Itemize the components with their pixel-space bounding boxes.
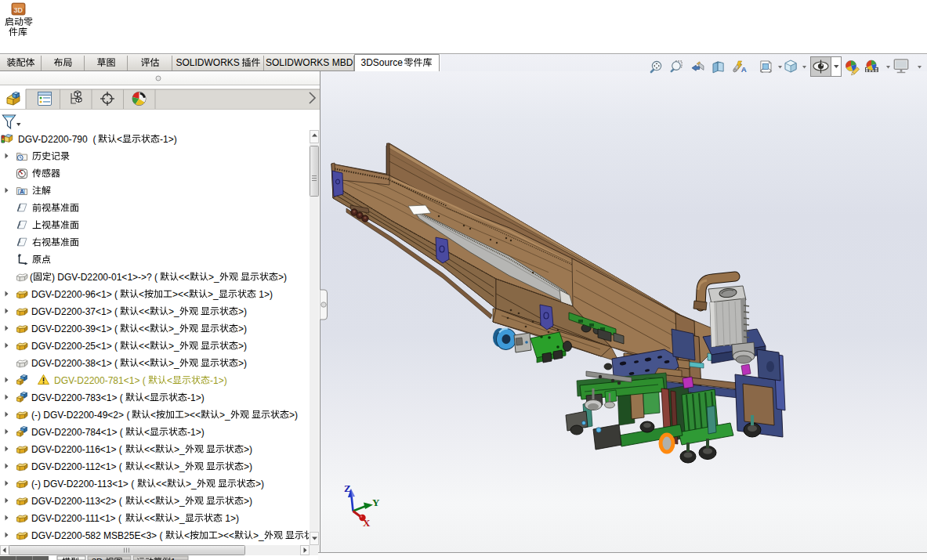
svg-text:<<: << xyxy=(144,444,155,455)
svg-text:>_: >_ xyxy=(174,444,185,455)
svg-text:1>): 1>) xyxy=(223,513,239,524)
svg-text:<: < xyxy=(117,134,122,145)
svg-text:DGV-D2200-790 (: DGV-D2200-790 ( xyxy=(18,134,96,145)
svg-text:(: ( xyxy=(30,272,33,283)
svg-text:-1>): -1>) xyxy=(187,392,205,403)
svg-text:DGV-D2200-781<1> (: DGV-D2200-781<1> ( xyxy=(54,375,146,386)
svg-text:>): >) xyxy=(238,306,247,317)
svg-text:Y: Y xyxy=(372,497,380,508)
svg-text:(-) DGV-D2200-49<2> (: (-) DGV-D2200-49<2> ( xyxy=(31,410,129,421)
svg-text:<<: << xyxy=(139,306,150,317)
svg-text:>): >) xyxy=(289,410,298,421)
svg-text:DGV-D2200-582 MSB25E<3> (: DGV-D2200-582 MSB25E<3> ( xyxy=(31,530,162,541)
svg-text:1: 1 xyxy=(171,557,176,560)
svg-text:>_: >_ xyxy=(219,410,230,421)
svg-text:) DGV-D2200-01<1>->? (: ) DGV-D2200-01<1>->? ( xyxy=(52,272,158,283)
svg-text:<<: << xyxy=(179,272,190,283)
svg-text:>): >) xyxy=(238,358,247,369)
svg-text:DGV-D2200-37<1> (: DGV-D2200-37<1> ( xyxy=(31,306,118,317)
svg-text:>): >) xyxy=(238,341,247,352)
svg-text:DGV-D2200-111<1> (: DGV-D2200-111<1> ( xyxy=(31,513,121,524)
svg-text:<<: << xyxy=(144,513,155,524)
svg-text:>_: >_ xyxy=(174,461,185,472)
svg-text:<: < xyxy=(144,427,150,438)
svg-text:>_: >_ xyxy=(168,341,179,352)
svg-text:<<: << xyxy=(139,341,150,352)
svg-text:DGV-D2200-784<1> (: DGV-D2200-784<1> ( xyxy=(31,427,123,438)
svg-text:<: < xyxy=(167,375,172,386)
svg-text:<: < xyxy=(150,410,156,421)
svg-text:DGV-D2200-38<1> (: DGV-D2200-38<1> ( xyxy=(31,358,118,369)
svg-text:<: < xyxy=(139,289,144,300)
svg-text:>): >) xyxy=(244,496,252,507)
svg-text:>_: >_ xyxy=(253,530,264,541)
svg-text:-1>): -1>) xyxy=(160,134,177,145)
svg-text:3D: 3D xyxy=(92,557,105,560)
svg-text:-1>): -1>) xyxy=(187,427,205,438)
svg-text:DGV-D2200-116<1> (: DGV-D2200-116<1> ( xyxy=(31,444,122,455)
svg-text:SOLIDWORKS MBD: SOLIDWORKS MBD xyxy=(266,57,353,68)
svg-text:>): >) xyxy=(244,461,252,472)
svg-text:-1>): -1>) xyxy=(210,375,227,386)
svg-text:<: < xyxy=(144,392,150,403)
svg-text:>_: >_ xyxy=(186,479,197,490)
svg-text:>): >) xyxy=(238,323,247,334)
svg-text:<<: << xyxy=(156,479,167,490)
svg-text:X: X xyxy=(363,517,371,529)
svg-text:<<: << xyxy=(139,323,150,334)
svg-text:>_: >_ xyxy=(168,323,179,334)
svg-text:(-) DGV-D2200-113<1> (: (-) DGV-D2200-113<1> ( xyxy=(31,479,134,490)
svg-text:>): >) xyxy=(255,479,264,490)
svg-text:><<: ><< xyxy=(218,530,234,541)
svg-text:<<: << xyxy=(144,496,155,507)
svg-text:DGV-D2200-113<2> (: DGV-D2200-113<2> ( xyxy=(31,496,122,507)
svg-text:<: < xyxy=(184,530,190,541)
svg-text:Z: Z xyxy=(344,482,351,494)
svg-text:>_: >_ xyxy=(168,358,179,369)
svg-text:DGV-D2200-39<1> (: DGV-D2200-39<1> ( xyxy=(31,323,118,334)
svg-text:3D: 3D xyxy=(14,6,24,14)
svg-text:><<: ><< xyxy=(172,289,189,300)
svg-text:A: A xyxy=(741,65,747,74)
svg-text:DGV-D2200-112<1> (: DGV-D2200-112<1> ( xyxy=(31,461,122,472)
svg-text:>_: >_ xyxy=(174,513,185,524)
svg-text:<<: << xyxy=(144,461,155,472)
svg-text:DGV-D2200-96<1> (: DGV-D2200-96<1> ( xyxy=(31,289,118,300)
svg-text:DGV-D2200-25<1> (: DGV-D2200-25<1> ( xyxy=(31,341,118,352)
svg-text:>): >) xyxy=(244,444,252,455)
svg-text:<<: << xyxy=(139,358,150,369)
svg-text:>_: >_ xyxy=(168,306,179,317)
svg-text:1>): 1>) xyxy=(256,289,273,300)
svg-text:DGV-D2200-783<1> (: DGV-D2200-783<1> ( xyxy=(31,392,123,403)
svg-text:>_: >_ xyxy=(174,496,185,507)
svg-text:>): >) xyxy=(278,272,287,283)
svg-text:3DSource: 3DSource xyxy=(361,57,404,68)
svg-text:SOLIDWORKS: SOLIDWORKS xyxy=(176,57,243,68)
svg-text:>_: >_ xyxy=(208,272,219,283)
svg-text:>_: >_ xyxy=(208,289,219,300)
svg-text:><<: ><< xyxy=(184,410,201,421)
